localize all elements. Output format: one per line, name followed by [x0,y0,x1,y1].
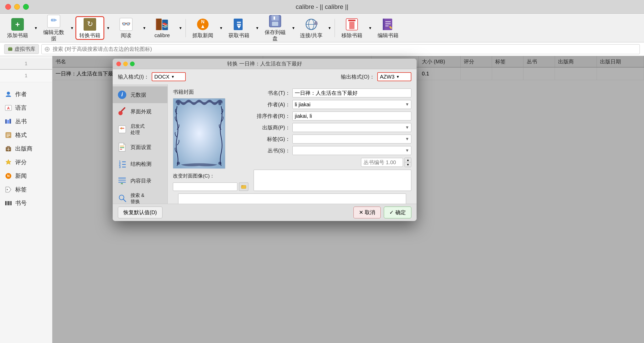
svg-point-92 [218,102,221,105]
search-input[interactable] [53,46,637,52]
modal-sidebar-page[interactable]: 页面设置 [113,139,167,156]
trigger-icon [117,124,127,135]
library-icon [8,47,13,52]
meta-publisher-input[interactable] [292,123,411,132]
svg-rect-30 [349,22,354,29]
confirm-button[interactable]: ✓ 确定 [384,207,411,218]
edit-book-button[interactable]: 编辑书籍 [374,16,402,40]
svg-marker-60 [6,159,11,164]
calibre-dropdown[interactable]: ▼ [178,26,183,30]
news-icon: N [4,172,13,180]
input-format-select[interactable]: DOCX ▼ [152,72,186,81]
modal-close[interactable] [116,62,121,66]
connect-button[interactable]: 连接/共享 [297,16,326,40]
modal-sidebar-metadata[interactable]: i 元数据 [113,86,167,103]
meta-sort-author-input[interactable] [292,112,411,120]
search-bar: 虚拟书库 [0,42,644,56]
svg-point-91 [177,102,180,105]
modal-minimize[interactable] [123,62,128,66]
meta-row-author: 作者(A)： ▼ [254,100,411,109]
search-label: 搜索 & 替换 [130,192,144,204]
sidebar-item-publishers[interactable]: 出版商 [0,142,52,156]
remove-dropdown[interactable]: ▼ [368,26,373,30]
sidebar-item-tags[interactable]: 标签 [0,183,52,196]
series-num-wrap: ▲ ▼ [361,158,411,167]
sidebar-item-authors[interactable]: 作者 [0,87,52,101]
add-books-dropdown[interactable]: ▼ [34,26,38,30]
series-num-input[interactable] [361,158,403,167]
cancel-button[interactable]: ✕ 取消 [353,207,381,218]
series-num-down[interactable]: ▼ [405,162,411,167]
svg-text:3: 3 [119,165,121,169]
cover-browse-button[interactable] [239,182,248,191]
meta-row-title: 书名(T)： [254,88,411,97]
meta-series-input[interactable] [292,146,411,155]
sidebar-item-series[interactable]: 丛书 [0,115,52,128]
meta-title-input[interactable] [292,88,411,97]
fetch-news-dropdown[interactable]: ▼ [219,26,223,30]
maximize-button[interactable] [23,4,29,10]
search-gear-icon[interactable] [44,46,50,52]
modal-maximize[interactable] [130,62,135,66]
edit-metadata-dropdown[interactable]: ▼ [70,26,74,30]
restore-defaults-button[interactable]: 恢复默认值(D) [118,207,162,218]
sidebar-item-isbn[interactable]: 书号 [0,196,52,210]
read-icon: 👓 [119,18,133,31]
read-button[interactable]: 👓 阅读 [112,16,140,40]
cover-label: 书籍封面 [173,88,248,96]
edit-metadata-button[interactable]: ✏ 编辑元数据 [39,16,68,40]
fetch-news-button[interactable]: N 抓取新闻 [188,16,217,40]
save-disk-dropdown[interactable]: ▼ [291,26,296,30]
svg-rect-44 [45,49,46,49]
calibre-label: calibre [155,32,170,38]
close-button[interactable] [5,4,11,10]
news-label: 新闻 [15,172,27,180]
svg-rect-72 [118,126,126,133]
svg-rect-17 [237,22,241,23]
meta-author-input[interactable] [292,100,411,109]
cover-path-input[interactable] [173,182,237,191]
meta-comment-input[interactable] [254,170,411,191]
main-layout: 1 1 作者 A [0,56,644,343]
ui-label: 界面外观 [130,108,151,115]
modal-sidebar-structure[interactable]: 1 2 3 结构检测 [113,156,167,172]
save-disk-button[interactable]: 保存到磁盘 [261,16,290,40]
output-format-select[interactable]: AZW3 ▼ [377,72,411,81]
publishers-icon [4,145,13,153]
sidebar-item-languages[interactable]: A 语言 [0,101,52,115]
sidebar-item-ratings[interactable]: 评分 [0,156,52,169]
calibre-button[interactable]: 📚 calibre [148,16,177,40]
convert-button[interactable]: ↻ 转换书籍 [75,16,104,40]
get-books-button[interactable]: 获取书籍 [225,16,253,40]
modal-bottom-textarea[interactable] [178,193,406,204]
meta-tags-input[interactable] [292,135,411,143]
connect-icon [304,18,319,31]
search-input-wrap [41,44,640,54]
modal-sidebar-search[interactable]: 搜索 & 替换 [113,189,167,204]
modal-content: 书籍封面 [168,84,417,204]
modal-sidebar-ui[interactable]: 界面外观 [113,103,167,120]
series-num-up[interactable]: ▲ [405,158,411,162]
series-icon [4,117,13,126]
edit-metadata-label: 编辑元数据 [41,29,67,42]
minimize-button[interactable] [14,4,20,10]
input-format-label: 输入格式(I)： [118,73,149,80]
add-books-button[interactable]: + 添加书籍 [3,16,32,40]
svg-rect-21 [272,22,278,26]
virtual-library-tag[interactable]: 虚拟书库 [4,44,39,54]
cover-svg [173,98,225,168]
get-books-dropdown[interactable]: ▼ [255,26,260,30]
input-format-group: 输入格式(I)： DOCX ▼ [118,72,186,81]
toc-icon [117,175,127,186]
modal-sidebar-trigger[interactable]: 启发式 处理 [113,120,167,139]
svg-point-63 [7,189,8,190]
sidebar-item-formats[interactable]: 格式 [0,128,52,142]
series-label: 丛书 [15,118,27,125]
connect-dropdown[interactable]: ▼ [327,26,332,30]
sidebar-item-news[interactable]: N 新闻 [0,169,52,183]
read-dropdown[interactable]: ▼ [142,26,147,30]
convert-dropdown[interactable]: ▼ [106,26,111,30]
remove-button[interactable]: 移除书籍 [337,16,366,40]
modal-sidebar-toc[interactable]: 内容目录 [113,172,167,189]
trigger-label: 启发式 处理 [130,123,145,136]
